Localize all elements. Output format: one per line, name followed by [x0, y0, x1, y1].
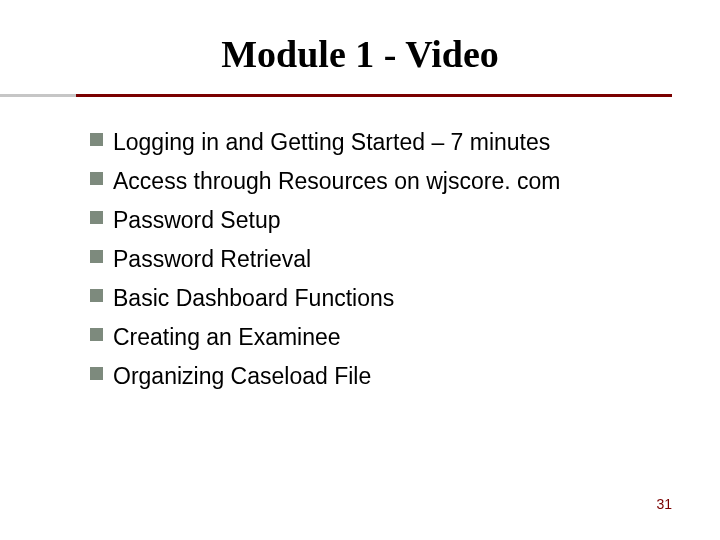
square-bullet-icon: [90, 367, 103, 380]
list-item: Logging in and Getting Started – 7 minut…: [90, 127, 720, 158]
list-item: Access through Resources on wjscore. com: [90, 166, 720, 197]
underline-gray-segment: [0, 94, 76, 97]
bullet-text: Basic Dashboard Functions: [113, 283, 394, 314]
square-bullet-icon: [90, 250, 103, 263]
bullet-text: Organizing Caseload File: [113, 361, 371, 392]
square-bullet-icon: [90, 328, 103, 341]
list-item: Password Setup: [90, 205, 720, 236]
slide: Module 1 - Video Logging in and Getting …: [0, 0, 720, 540]
bullet-text: Creating an Examinee: [113, 322, 341, 353]
bullet-text: Password Retrieval: [113, 244, 311, 275]
title-underline: [0, 94, 720, 97]
page-number: 31: [656, 496, 672, 512]
list-item: Basic Dashboard Functions: [90, 283, 720, 314]
slide-title: Module 1 - Video: [0, 0, 720, 94]
list-item: Password Retrieval: [90, 244, 720, 275]
bullet-text: Password Setup: [113, 205, 280, 236]
square-bullet-icon: [90, 172, 103, 185]
list-item: Creating an Examinee: [90, 322, 720, 353]
square-bullet-icon: [90, 133, 103, 146]
square-bullet-icon: [90, 211, 103, 224]
bullet-text: Logging in and Getting Started – 7 minut…: [113, 127, 550, 158]
bullet-list: Logging in and Getting Started – 7 minut…: [0, 97, 720, 392]
underline-red-segment: [76, 94, 672, 97]
square-bullet-icon: [90, 289, 103, 302]
list-item: Organizing Caseload File: [90, 361, 720, 392]
bullet-text: Access through Resources on wjscore. com: [113, 166, 560, 197]
